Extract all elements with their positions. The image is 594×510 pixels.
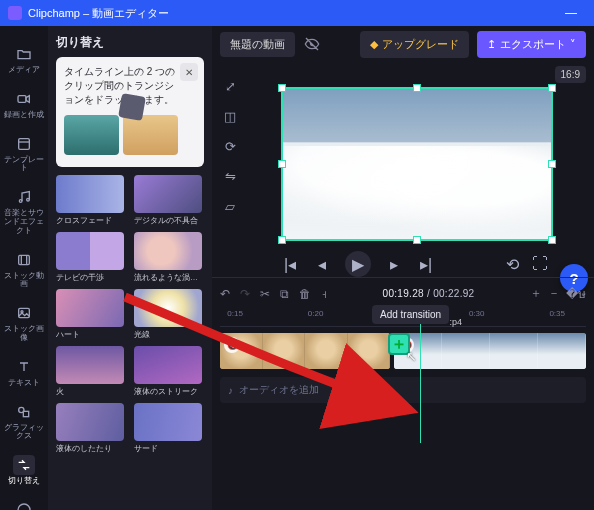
rail-brandkit[interactable]: ブランド キット: [2, 496, 46, 510]
rail-stock-video[interactable]: ストック動画: [2, 246, 46, 294]
topbar: 無題の動画 ◆アップグレード ↥エクスポート˅: [212, 26, 594, 62]
prev-frame-button[interactable]: ◂: [313, 255, 331, 273]
svg-rect-4: [19, 255, 30, 264]
rail-stock-image[interactable]: ストック画像: [2, 299, 46, 347]
export-button[interactable]: ↥エクスポート˅: [477, 31, 586, 58]
cursor-icon: ↖: [406, 349, 417, 364]
video-preview[interactable]: [281, 87, 553, 241]
fullscreen-button[interactable]: ⛶: [531, 255, 549, 273]
zoom-in-button[interactable]: ＋: [530, 285, 542, 302]
text-icon: [13, 357, 35, 377]
transition-item[interactable]: 光線: [134, 289, 202, 340]
timecode: 00:19.28 / 00:22.92: [383, 288, 475, 299]
transition-item[interactable]: ハート: [56, 289, 124, 340]
pip-icon[interactable]: ▱: [220, 196, 240, 216]
window-minimize-button[interactable]: —: [556, 6, 586, 20]
rail-text[interactable]: テキスト: [2, 353, 46, 392]
resize-handle[interactable]: [278, 84, 286, 92]
svg-rect-0: [18, 95, 26, 102]
visibility-off-icon[interactable]: [303, 35, 321, 53]
skip-start-button[interactable]: |◂: [281, 255, 299, 273]
skip-end-button[interactable]: ▸|: [417, 255, 435, 273]
resize-handle[interactable]: [413, 236, 421, 244]
clip-cats[interactable]: 🔇: [220, 333, 390, 369]
camera-icon: [13, 89, 35, 109]
music-icon: ♪: [228, 385, 233, 396]
stage-tools: ⤢ ◫ ⟳ ⇋ ▱: [220, 66, 240, 277]
rail-transitions[interactable]: 切り替え: [2, 451, 46, 490]
aspect-ratio-chip[interactable]: 16:9: [555, 66, 586, 83]
upload-icon: ↥: [487, 38, 496, 51]
mute-icon[interactable]: 🔇: [224, 337, 240, 353]
tip-card: タイムライン上の 2 つのクリップ間のトランジションをドラッグします。 ✕: [56, 57, 204, 167]
rail-record[interactable]: 録画と作成: [2, 85, 46, 124]
tip-chip-icon: [118, 93, 146, 121]
rail-media[interactable]: メディア: [2, 40, 46, 79]
svg-point-3: [27, 199, 30, 202]
svg-rect-5: [19, 309, 30, 318]
cut-button[interactable]: ✂: [260, 287, 270, 301]
clip-sky[interactable]: 🔇: [394, 333, 586, 369]
transitions-grid: クロスフェード デジタルの不具合 テレビの干渉 流れるような渦巻き ハート 光線…: [56, 175, 204, 454]
tracks: :p4 Add transition 🔇 ＋ ↖ 🔇 ♪: [220, 331, 586, 403]
panel-title: 切り替え: [56, 34, 204, 51]
rail-graphics[interactable]: グラフィックス: [2, 398, 46, 446]
tip-close-button[interactable]: ✕: [180, 63, 198, 81]
play-button[interactable]: ▶: [345, 251, 371, 277]
rail-music[interactable]: 音楽とサウンドエフェクト: [2, 183, 46, 239]
resize-handle[interactable]: [548, 84, 556, 92]
split-button[interactable]: ⫞: [321, 287, 327, 301]
rotate-icon[interactable]: ⟳: [220, 136, 240, 156]
copy-button[interactable]: ⧉: [280, 287, 289, 301]
transition-item[interactable]: 火: [56, 346, 124, 397]
tip-text: タイムライン上の 2 つのクリップ間のトランジションをドラッグします。: [64, 66, 175, 105]
transition-item[interactable]: 液体のしたたり: [56, 403, 124, 454]
resize-handle[interactable]: [278, 236, 286, 244]
crop-icon[interactable]: ◫: [220, 106, 240, 126]
chevron-down-icon: ˅: [570, 38, 576, 51]
playhead[interactable]: [420, 311, 421, 443]
resize-handle[interactable]: [548, 236, 556, 244]
diamond-icon: ◆: [370, 38, 378, 51]
flip-icon[interactable]: ⇋: [220, 166, 240, 186]
zoom-fit-button[interactable]: �ษ: [566, 284, 586, 303]
fit-icon[interactable]: ⤢: [220, 76, 240, 96]
transition-item[interactable]: テレビの干渉: [56, 232, 124, 283]
tip-thumb: [64, 115, 119, 155]
window-titlebar: Clipchamp – 動画エディター —: [0, 0, 594, 26]
tip-thumb: [123, 115, 178, 155]
video-track[interactable]: 🔇 ＋ ↖ 🔇: [220, 331, 586, 371]
transition-item[interactable]: 液体のストリーク: [134, 346, 202, 397]
transition-item[interactable]: 流れるような渦巻き: [134, 232, 202, 283]
undo-button[interactable]: ↶: [220, 287, 230, 301]
project-name-chip[interactable]: 無題の動画: [220, 32, 295, 57]
add-audio-row[interactable]: ♪ オーディオを追加: [220, 377, 586, 403]
main-area: 無題の動画 ◆アップグレード ↥エクスポート˅ ⤢ ◫ ⟳ ⇋ ▱ 16:9: [212, 26, 594, 510]
svg-point-2: [19, 200, 22, 203]
image-icon: [13, 303, 35, 323]
transition-item[interactable]: クロスフェード: [56, 175, 124, 226]
delete-button[interactable]: 🗑: [299, 287, 311, 301]
redo-button[interactable]: ↷: [240, 287, 250, 301]
transition-item[interactable]: デジタルの不具合: [134, 175, 202, 226]
add-transition-tooltip: Add transition: [372, 305, 449, 324]
film-icon: [13, 250, 35, 270]
window-title: Clipchamp – 動画エディター: [28, 6, 169, 21]
resize-handle[interactable]: [413, 84, 421, 92]
rail-templates[interactable]: テンプレート: [2, 130, 46, 178]
transition-icon: [13, 455, 35, 475]
clip-label: :p4: [449, 317, 462, 327]
transition-item[interactable]: サード: [134, 403, 202, 454]
resize-handle[interactable]: [278, 160, 286, 168]
add-audio-label: オーディオを追加: [239, 383, 319, 397]
transitions-panel: 切り替え タイムライン上の 2 つのクリップ間のトランジションをドラッグします。…: [48, 26, 212, 510]
next-frame-button[interactable]: ▸: [385, 255, 403, 273]
upgrade-button[interactable]: ◆アップグレード: [360, 31, 469, 58]
timeline: ↶ ↷ ✂ ⧉ 🗑 ⫞ 00:19.28 / 00:22.92 ＋ － �ษ 0…: [212, 277, 594, 510]
app-logo-icon: [8, 6, 22, 20]
template-icon: [13, 134, 35, 154]
resize-handle[interactable]: [548, 160, 556, 168]
shapes-icon: [13, 402, 35, 422]
loop-button[interactable]: ⟲: [503, 255, 521, 273]
zoom-out-button[interactable]: －: [548, 285, 560, 302]
